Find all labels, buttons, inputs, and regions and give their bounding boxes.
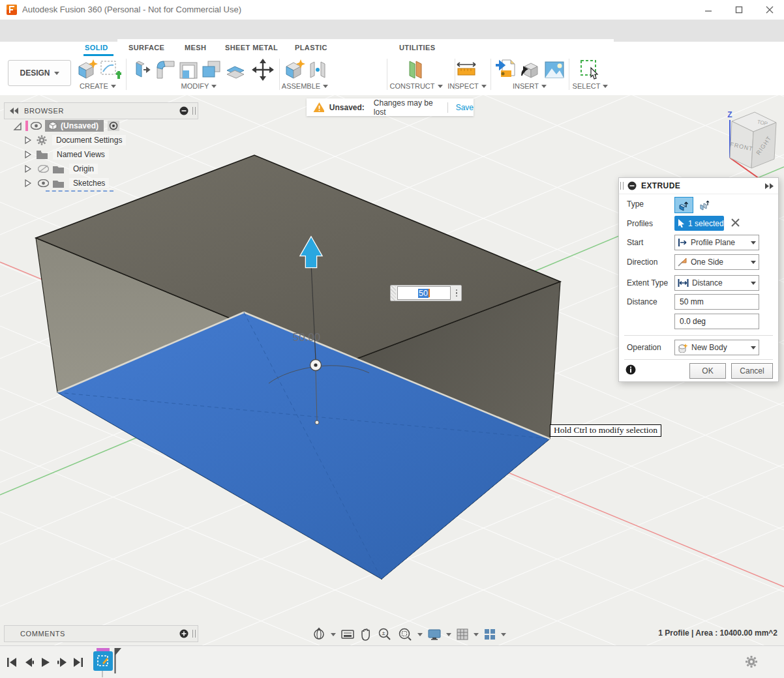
group-select[interactable]: SELECT [566, 82, 614, 90]
ok-button[interactable]: OK [689, 363, 726, 379]
zoom-fit-caret-icon[interactable] [417, 633, 423, 636]
grid-snap-icon[interactable] [456, 628, 469, 641]
expand-collapse-icon[interactable] [13, 122, 22, 130]
group-assemble[interactable]: ASSEMBLE [274, 82, 336, 90]
derive-icon[interactable] [519, 59, 541, 81]
tree-row-origin[interactable]: Origin [4, 162, 198, 176]
orbit-caret-icon[interactable] [331, 633, 336, 636]
tree-item-named-views[interactable]: Named Views [53, 149, 109, 160]
collapse-dialog-icon[interactable] [627, 181, 637, 190]
expand-arrow-icon[interactable] [25, 165, 31, 173]
input-options-icon[interactable] [452, 289, 461, 297]
press-pull-icon[interactable] [132, 59, 154, 81]
dialog-grip[interactable] [620, 182, 624, 190]
distance-input[interactable]: 50 [397, 286, 451, 300]
dock-dialog-icon[interactable] [765, 183, 774, 189]
fillet-icon[interactable] [155, 59, 177, 81]
tab-surface[interactable]: SURFACE [128, 44, 164, 52]
taper-angle-field[interactable] [674, 314, 759, 329]
shell-icon[interactable] [177, 59, 200, 81]
offset-face-icon[interactable] [224, 59, 247, 81]
save-link[interactable]: Save [456, 103, 474, 112]
tree-item-origin[interactable]: Origin [69, 164, 98, 174]
collapse-panel-icon[interactable] [10, 108, 19, 114]
group-inspect[interactable]: INSPECT [442, 82, 492, 90]
joint-icon[interactable] [307, 59, 329, 81]
tab-utilities[interactable]: UTILITIES [399, 44, 436, 52]
display-settings-icon[interactable] [427, 628, 442, 641]
expand-arrow-icon[interactable] [25, 179, 31, 187]
activate-component-radio-icon[interactable] [108, 121, 119, 131]
extent-type-select[interactable]: Distance [674, 275, 759, 291]
tree-item-document-settings[interactable]: Document Settings [52, 135, 126, 145]
zoom-icon[interactable]: ± [377, 627, 393, 641]
viewport[interactable]: 50.00 Z X TOP FRONT RIGHT BROWSER [0, 95, 784, 645]
timeline-sketch-feature[interactable] [93, 651, 113, 671]
timeline-go-start-icon[interactable] [7, 656, 17, 668]
panel-grip[interactable] [192, 630, 196, 638]
window-close-button[interactable] [759, 3, 781, 17]
look-at-icon[interactable] [340, 628, 355, 641]
canvas-image-icon[interactable] [543, 59, 565, 81]
type-extrude-button[interactable] [674, 197, 693, 213]
group-modify[interactable]: MODIFY [173, 82, 225, 90]
create-sketch-icon[interactable] [99, 59, 121, 81]
operation-select[interactable]: New Body [674, 340, 759, 355]
cancel-button[interactable]: Cancel [731, 363, 773, 379]
display-caret-icon[interactable] [446, 633, 451, 636]
start-select[interactable]: Profile Plane [674, 235, 759, 250]
tree-item-sketches[interactable]: Sketches [69, 178, 109, 188]
timeline-step-forward-icon[interactable] [57, 656, 68, 668]
tree-row-root[interactable]: (Unsaved) [4, 119, 198, 133]
measure-icon[interactable] [455, 59, 477, 81]
visibility-eye-icon[interactable] [38, 179, 49, 187]
info-icon[interactable] [626, 364, 636, 375]
tree-row-named-views[interactable]: Named Views [4, 147, 198, 162]
viewports-icon[interactable] [483, 628, 496, 641]
tree-row-document-settings[interactable]: Document Settings [4, 133, 198, 147]
viewports-caret-icon[interactable] [501, 633, 506, 636]
distance-value-box[interactable]: 50 [390, 285, 462, 301]
window-maximize-button[interactable] [728, 3, 750, 17]
orbit-icon[interactable] [312, 627, 326, 641]
group-create[interactable]: CREATE [72, 82, 124, 90]
new-solid-icon[interactable] [76, 59, 98, 81]
visibility-off-icon[interactable] [38, 165, 49, 173]
type-thin-extrude-button[interactable] [695, 197, 713, 212]
select-icon[interactable] [579, 59, 601, 81]
tree-row-sketches[interactable]: Sketches [4, 176, 198, 190]
timeline-settings-gear-icon[interactable] [745, 655, 758, 668]
new-component-icon[interactable] [283, 59, 305, 81]
timeline-step-back-icon[interactable] [23, 656, 34, 668]
timeline-play-icon[interactable] [40, 656, 51, 668]
panel-grip[interactable] [192, 107, 196, 115]
timeline-go-end-icon[interactable] [73, 656, 83, 668]
collapse-tree-icon[interactable] [179, 106, 188, 115]
move-icon[interactable] [252, 59, 274, 81]
distance-field[interactable] [674, 294, 759, 310]
add-comment-icon[interactable] [179, 629, 188, 638]
distance-input-value[interactable]: 50 [418, 289, 429, 298]
profiles-selected-button[interactable]: 1 selected [674, 216, 724, 231]
tab-sheet-metal[interactable]: SHEET METAL [225, 44, 278, 52]
combine-icon[interactable] [200, 59, 222, 81]
visibility-eye-icon[interactable] [31, 122, 42, 130]
construct-plane-icon[interactable] [404, 59, 427, 81]
tab-solid[interactable]: SOLID [85, 44, 108, 52]
comments-panel-header[interactable]: COMMENTS [4, 625, 198, 642]
tab-mesh[interactable]: MESH [185, 44, 206, 52]
direction-select[interactable]: One Side [674, 254, 759, 270]
grid-caret-icon[interactable] [474, 633, 479, 636]
input-drag-grip[interactable] [391, 286, 396, 301]
zoom-fit-icon[interactable] [397, 627, 413, 641]
root-document-item[interactable]: (Unsaved) [45, 120, 104, 132]
pan-hand-icon[interactable] [359, 627, 372, 641]
window-minimize-button[interactable] [697, 3, 719, 17]
group-construct[interactable]: CONSTRUCT [384, 82, 449, 90]
insert-svg-icon[interactable] [494, 59, 517, 81]
clear-selection-icon[interactable] [731, 218, 740, 227]
expand-arrow-icon[interactable] [25, 151, 31, 158]
tab-plastic[interactable]: PLASTIC [295, 44, 327, 52]
expand-arrow-icon[interactable] [25, 136, 31, 144]
browser-panel-header[interactable]: BROWSER [4, 102, 198, 119]
